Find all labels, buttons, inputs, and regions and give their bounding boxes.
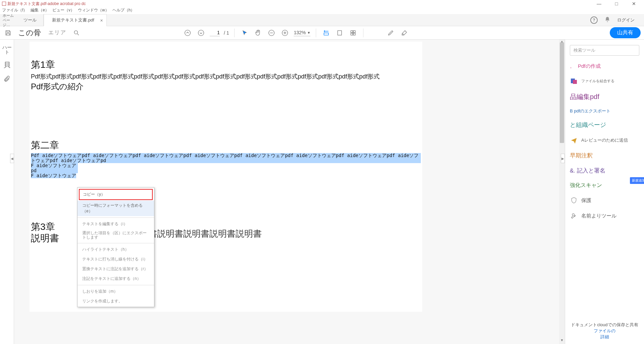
- save-icon[interactable]: [3, 28, 13, 38]
- tool-create-pdf-label: Pdfの作成: [578, 63, 601, 69]
- tool-protect-label: 保護: [581, 197, 591, 204]
- separator: [316, 29, 316, 37]
- scroll-thumb[interactable]: [560, 42, 564, 143]
- menu-edit[interactable]: 編集（e）: [31, 7, 49, 14]
- tool-organize-pages[interactable]: と組織ページ: [570, 121, 639, 129]
- zoom-value: 132%: [294, 30, 306, 35]
- footer-line1: ドキュメントcloudでの保存と共有: [565, 322, 644, 328]
- tool-area-button[interactable]: エリア: [46, 29, 68, 36]
- tools-search-input[interactable]: 検索ツール: [570, 45, 639, 56]
- separator: [363, 29, 363, 37]
- tool-more-tools[interactable]: 名前よりツール: [570, 212, 639, 220]
- chapter3-sub: 説明書: [31, 232, 59, 245]
- hand-tool-icon[interactable]: [253, 28, 263, 38]
- zoom-select[interactable]: 132% ▼: [294, 29, 310, 36]
- cm-add-bookmark[interactable]: しおりを追加（m）: [78, 287, 154, 296]
- cm-highlight-text[interactable]: ハイライトテキスト（h）: [78, 245, 154, 254]
- right-collapse-icon[interactable]: ▶: [561, 154, 565, 163]
- menu-help[interactable]: ヘルプ（h）: [112, 7, 135, 14]
- signature-icon[interactable]: [400, 28, 409, 38]
- svg-rect-8: [351, 33, 353, 35]
- notifications-icon[interactable]: [604, 16, 610, 23]
- select-tool-icon[interactable]: [240, 28, 249, 38]
- cm-add-note[interactable]: 注記をテキストに追加する（n）: [78, 274, 154, 284]
- window-maximize-button[interactable]: □: [612, 1, 621, 6]
- zoom-in-icon[interactable]: [280, 28, 290, 38]
- combine-icon: [570, 77, 578, 85]
- cm-separator: [78, 217, 154, 218]
- tool-edit-pdf[interactable]: 品編集pdf: [570, 92, 639, 101]
- send-review-icon: [570, 136, 578, 144]
- tab-strip: ホームページ… ツール 新規テキスト文書.pdf × ? ログイン: [0, 14, 644, 26]
- help-icon[interactable]: ?: [590, 16, 598, 24]
- window-close-button[interactable]: ✕: [629, 1, 639, 6]
- menu-bar: ファイル（f） 編集（e） ビュー（v） ウィンドウ（w） ヘルプ（h）: [0, 7, 644, 14]
- highlighter-icon[interactable]: [386, 28, 396, 38]
- cm-strikethrough[interactable]: テキストに打ち消し線を付ける（i）: [78, 254, 154, 264]
- fit-page-icon[interactable]: [335, 28, 344, 38]
- search-icon[interactable]: [72, 28, 81, 38]
- cm-copy[interactable]: コピー（y）: [79, 189, 153, 200]
- window-minimize-button[interactable]: —: [594, 1, 604, 6]
- selected-text: Pdf aideソフトウェアpdf aideソフトウェアpdf aideソフトウ…: [31, 153, 421, 178]
- selected-line-2: F aideソフトウェアpd: [31, 163, 78, 173]
- tab-document[interactable]: 新規テキスト文書.pdf ×: [44, 14, 107, 26]
- page-up-icon[interactable]: [183, 28, 192, 38]
- footer-line3[interactable]: 詳細: [565, 334, 644, 340]
- tab-close-icon[interactable]: ×: [100, 18, 103, 23]
- context-menu: コピー（y） コピー時にフォーマットを含める（e） テキストを編集する（i） 選…: [77, 187, 154, 307]
- page-number-input[interactable]: [210, 29, 220, 36]
- chapter3-body: 目書説明書説明書説明書説明書: [140, 228, 262, 240]
- tool-create-pdf[interactable]: 。 Pdfの作成: [570, 63, 639, 69]
- share-button[interactable]: 山共有: [610, 27, 641, 38]
- share-label: 山共有: [617, 29, 633, 36]
- rail-shell[interactable]: 貝: [4, 62, 10, 67]
- tool-early-annotation[interactable]: 早期注釈: [570, 152, 639, 159]
- left-nav-rail: ハート 貝 ◀: [0, 40, 14, 344]
- tab-home[interactable]: ホームページ…: [0, 13, 17, 27]
- scroll-down-icon[interactable]: ▼: [559, 338, 565, 344]
- tool-export-pdf-label: B pdfのエクスポート: [570, 109, 610, 113]
- selected-line-3: F aideソフトウェア: [31, 173, 76, 178]
- login-link[interactable]: ログイン: [617, 17, 635, 23]
- tab-tools[interactable]: ツール: [17, 14, 44, 26]
- svg-point-2: [198, 30, 204, 36]
- zoom-out-icon[interactable]: [267, 28, 276, 38]
- svg-point-1: [185, 30, 191, 36]
- tool-organize-label: と組織ページ: [570, 121, 606, 129]
- tool-export-pdf[interactable]: B pdfのエクスポート: [570, 109, 639, 113]
- tool-enhance-scan-label: 強化スキャン: [570, 182, 602, 189]
- tool-combine-files[interactable]: ファイルを結合する: [570, 77, 639, 85]
- chapter2-heading: 第二章: [31, 139, 421, 152]
- cm-replace-note[interactable]: 置換テキストに注記を追加する（r）: [78, 264, 154, 274]
- svg-point-0: [74, 31, 78, 34]
- vertical-scrollbar[interactable]: ▲ ▼: [559, 40, 565, 344]
- cm-create-link[interactable]: リンクを作成します。: [78, 296, 154, 306]
- left-collapse-icon[interactable]: ◀: [10, 154, 14, 163]
- menu-view[interactable]: ビュー（v）: [52, 7, 75, 14]
- tool-send-review[interactable]: Aレビューのために送信: [570, 136, 639, 144]
- cm-edit-text[interactable]: テキストを編集する（i）: [78, 219, 154, 229]
- attachment-icon[interactable]: [4, 75, 10, 83]
- menu-window[interactable]: ウィンドウ（w）: [78, 7, 109, 14]
- tool-fill-sign-label: &. 記入と署名: [570, 167, 605, 175]
- chapter3-heading: 第3章: [31, 222, 59, 232]
- wrench-icon: [570, 212, 578, 220]
- shield-icon: [570, 196, 578, 204]
- title-bar: 新規テキスト文書.pdf-adobe acrobat pro dc — □ ✕: [0, 0, 644, 7]
- tool-enhance-scan[interactable]: 強化スキャン: [570, 182, 639, 189]
- tool-edit-pdf-label: 品編集pdf: [570, 92, 599, 101]
- fit-width-icon[interactable]: [321, 28, 331, 38]
- tool-protect[interactable]: 保護: [570, 196, 639, 204]
- page-down-icon[interactable]: [196, 28, 206, 38]
- cm-copy-format[interactable]: コピー時にフォーマットを含める（e）: [78, 201, 154, 216]
- tool-bone-button[interactable]: この骨: [16, 28, 43, 38]
- svg-rect-7: [353, 31, 355, 33]
- svg-rect-6: [351, 31, 353, 33]
- footer-line2[interactable]: ファイルの: [565, 328, 644, 334]
- tool-fill-sign[interactable]: &. 記入と署名: [570, 167, 639, 175]
- rail-heart[interactable]: ハート: [0, 45, 14, 54]
- cm-export-selection[interactable]: 選択した項目を（区）にエクスポートします: [78, 229, 154, 242]
- chapter1-subtitle: Pdf形式の紹介: [31, 81, 421, 92]
- grid-icon[interactable]: [348, 28, 358, 38]
